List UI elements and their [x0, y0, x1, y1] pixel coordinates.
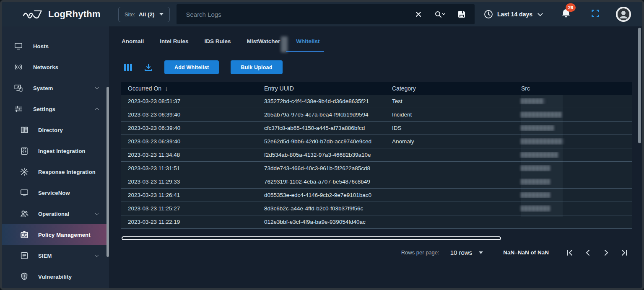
- redacted-src-value: [521, 165, 550, 171]
- redaction-blur: [281, 36, 288, 52]
- cell-entry-uuid: f2d534ab-805a-4132-97a3-46682b39a10e: [257, 152, 385, 158]
- cell-src: [514, 152, 632, 158]
- chevron-down-icon: [94, 85, 100, 91]
- monitor-icon: [20, 188, 29, 197]
- site-dropdown[interactable]: Site: All (2): [118, 7, 170, 22]
- main-content: Anomali Intel Rules IDS Rules MistWatche…: [109, 26, 642, 288]
- column-header-src[interactable]: Src: [514, 85, 632, 92]
- bulk-upload-button[interactable]: Bulk Upload: [231, 60, 282, 74]
- table-row[interactable]: 2023-03-23 11:34:48 f2d534ab-805a-4132-9…: [121, 148, 632, 162]
- sidebar-nav: Hosts Networks System Settings Directory…: [2, 36, 109, 287]
- sidebar-item-hosts[interactable]: Hosts: [2, 36, 109, 57]
- cell-occurred-on: 2023-03-23 11:26:41: [121, 192, 257, 198]
- horizontal-scrollbar-thumb[interactable]: [122, 236, 501, 240]
- table-row[interactable]: 2023-03-23 06:39:40 52e62d5d-9bb6-42d0-b…: [121, 135, 632, 148]
- last-page-button[interactable]: [621, 249, 628, 256]
- columns-icon[interactable]: [124, 64, 132, 71]
- sidebar-item-system[interactable]: System: [2, 78, 109, 98]
- rows-per-page-value: 10 rows: [450, 249, 473, 256]
- column-header-occurred-on[interactable]: Occurred On ↓: [121, 85, 257, 92]
- sidebar-item-networks[interactable]: Networks: [2, 57, 109, 78]
- main-vertical-scrollbar-thumb[interactable]: [638, 28, 641, 143]
- cell-entry-uuid: 52e62d5d-9bb6-42d0-b7db-acc9740e9ced: [257, 138, 385, 145]
- pager-controls: [566, 249, 628, 256]
- rows-per-page-label: Rows per page:: [401, 249, 439, 256]
- cell-occurred-on: 2023-03-23 06:39:40: [121, 125, 257, 131]
- tab-intel-rules[interactable]: Intel Rules: [159, 35, 189, 54]
- next-page-button[interactable]: [602, 249, 610, 256]
- toolbar: Add Whitelist Bulk Upload: [121, 60, 632, 74]
- sidebar-item-operational[interactable]: Operational: [2, 203, 109, 224]
- sidebar-item-servicenow[interactable]: ServiceNow: [2, 182, 109, 203]
- sidebar-item-directory[interactable]: Directory: [2, 119, 109, 140]
- server-icon: [20, 251, 29, 260]
- cell-occurred-on: 2023-03-23 11:29:33: [121, 179, 257, 185]
- cell-category: Test: [385, 98, 514, 104]
- fullscreen-icon[interactable]: [592, 10, 599, 19]
- cell-entry-uuid: 2b5ab79a-97c5-4c7a-bea4-f9fcb19d9594: [257, 111, 385, 118]
- badge-icon: [20, 230, 29, 239]
- column-header-entry-uuid[interactable]: Entry UUID: [257, 85, 385, 92]
- table-row[interactable]: 2023-03-23 11:22:19 012e3bbf-e3cf-4f9a-b…: [121, 215, 632, 229]
- cell-src: [514, 111, 632, 118]
- site-value: All (2): [139, 11, 155, 18]
- rows-per-page-dropdown[interactable]: 10 rows: [450, 249, 483, 256]
- search-input[interactable]: [186, 11, 415, 18]
- save-search-icon[interactable]: [458, 10, 465, 18]
- redacted-src-value: [521, 152, 559, 158]
- table-row[interactable]: 2023-03-23 11:31:51 73dde743-466d-40c3-9…: [121, 162, 632, 175]
- tab-mistwatcher[interactable]: MistWatcher: [246, 35, 281, 54]
- sidebar-item-response-integration[interactable]: Response Integration: [2, 161, 109, 182]
- first-page-button[interactable]: [566, 249, 574, 256]
- download-icon[interactable]: [144, 63, 153, 72]
- table-row[interactable]: 2023-03-23 08:51:37 335272bd-c4f4-438e-9…: [121, 95, 632, 108]
- sidebar: Hosts Networks System Settings Directory…: [2, 26, 109, 288]
- table-body: 2023-03-23 08:51:37 335272bd-c4f4-438e-9…: [121, 95, 632, 229]
- tab-ids-rules[interactable]: IDS Rules: [204, 35, 232, 54]
- search-options-icon[interactable]: [434, 10, 445, 18]
- table-row[interactable]: 2023-03-23 11:26:41 d055353e-edc4-4146-9…: [121, 189, 632, 202]
- add-whitelist-button[interactable]: Add Whitelist: [164, 60, 219, 74]
- sidebar-item-vulnerability[interactable]: Vulnerability: [2, 266, 109, 287]
- brand-name: LogRhythm: [48, 9, 101, 20]
- avatar[interactable]: [616, 7, 631, 22]
- redacted-src-value: [521, 111, 562, 118]
- search-bar: [177, 4, 475, 24]
- clear-search-icon[interactable]: [415, 11, 422, 18]
- cell-entry-uuid: 7629319f-1102-4eba-a707-be54876c8b49: [257, 179, 385, 185]
- time-range-value: Last 14 days: [497, 11, 532, 18]
- cell-src: [514, 125, 632, 132]
- chevron-up-icon: [94, 106, 100, 112]
- tab-bar: Anomali Intel Rules IDS Rules MistWatche…: [121, 26, 632, 54]
- pagination-range: NaN–NaN of NaN: [503, 249, 549, 256]
- cell-occurred-on: 2023-03-23 11:25:27: [121, 205, 257, 212]
- table-row[interactable]: 2023-03-23 06:39:40 2b5ab79a-97c5-4c7a-b…: [121, 108, 632, 122]
- caret-down-icon: [159, 13, 164, 16]
- brand-logo: LogRhythm: [22, 8, 101, 21]
- shield-icon: [20, 272, 29, 281]
- logrhythm-logo-icon: [22, 8, 44, 21]
- sidebar-item-siem[interactable]: SIEM: [2, 245, 109, 266]
- table-row[interactable]: 2023-03-23 06:39:40 cfc37fc8-ab65-4150-a…: [121, 122, 632, 135]
- time-range-dropdown[interactable]: Last 14 days: [484, 10, 542, 19]
- clipboard-icon: [20, 146, 29, 155]
- table-row[interactable]: 2023-03-23 11:25:27 8d3c6b2c-a44e-4ffd-b…: [121, 202, 632, 215]
- redacted-src-value: [521, 179, 550, 185]
- sidebar-item-policy-management[interactable]: Policy Management: [2, 224, 109, 245]
- table-row[interactable]: 2023-03-23 11:29:33 7629319f-1102-4eba-a…: [121, 175, 632, 189]
- sort-descending-icon: ↓: [165, 85, 168, 92]
- sliders-icon: [14, 104, 23, 114]
- clock-icon: [484, 10, 493, 19]
- cell-entry-uuid: cfc37fc8-ab65-4150-a445-af73a886bfcd: [257, 125, 385, 131]
- previous-page-button[interactable]: [584, 249, 592, 256]
- sidebar-item-ingest-integration[interactable]: Ingest Integration: [2, 140, 109, 161]
- tab-anomali[interactable]: Anomali: [121, 35, 145, 54]
- column-header-category[interactable]: Category: [385, 85, 514, 92]
- sidebar-item-settings[interactable]: Settings: [2, 98, 109, 119]
- tab-whitelist[interactable]: Whitelist: [295, 35, 320, 54]
- chevron-down-icon: [94, 253, 100, 259]
- cell-entry-uuid: d055353e-edc4-4146-9cb2-9e7e9101bac0: [257, 192, 385, 198]
- notifications-button[interactable]: 26: [561, 8, 571, 20]
- redacted-src-value: [521, 205, 550, 212]
- site-label: Site:: [125, 11, 135, 18]
